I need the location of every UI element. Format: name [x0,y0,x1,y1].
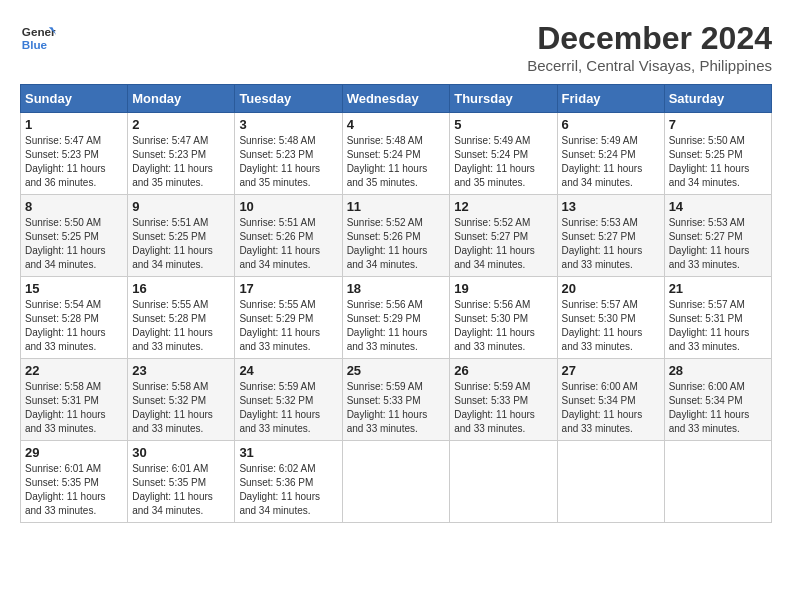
day-info: Sunrise: 5:47 AM Sunset: 5:23 PM Dayligh… [25,134,123,190]
day-info: Sunrise: 6:00 AM Sunset: 5:34 PM Dayligh… [562,380,660,436]
day-info: Sunrise: 6:01 AM Sunset: 5:35 PM Dayligh… [25,462,123,518]
day-number: 29 [25,445,123,460]
svg-text:General: General [22,25,56,38]
calendar-cell [450,441,557,523]
day-number: 5 [454,117,552,132]
calendar: SundayMondayTuesdayWednesdayThursdayFrid… [20,84,772,523]
day-number: 2 [132,117,230,132]
day-info: Sunrise: 5:54 AM Sunset: 5:28 PM Dayligh… [25,298,123,354]
calendar-week-row: 8 Sunrise: 5:50 AM Sunset: 5:25 PM Dayli… [21,195,772,277]
day-info: Sunrise: 5:56 AM Sunset: 5:30 PM Dayligh… [454,298,552,354]
calendar-cell: 4 Sunrise: 5:48 AM Sunset: 5:24 PM Dayli… [342,113,450,195]
day-number: 19 [454,281,552,296]
day-number: 7 [669,117,767,132]
calendar-cell: 28 Sunrise: 6:00 AM Sunset: 5:34 PM Dayl… [664,359,771,441]
day-info: Sunrise: 5:58 AM Sunset: 5:32 PM Dayligh… [132,380,230,436]
day-info: Sunrise: 5:51 AM Sunset: 5:26 PM Dayligh… [239,216,337,272]
day-info: Sunrise: 5:55 AM Sunset: 5:28 PM Dayligh… [132,298,230,354]
calendar-week-row: 15 Sunrise: 5:54 AM Sunset: 5:28 PM Dayl… [21,277,772,359]
day-number: 15 [25,281,123,296]
day-info: Sunrise: 5:59 AM Sunset: 5:32 PM Dayligh… [239,380,337,436]
day-number: 25 [347,363,446,378]
header: General Blue December 2024 Becerril, Cen… [20,20,772,74]
day-info: Sunrise: 5:49 AM Sunset: 5:24 PM Dayligh… [454,134,552,190]
day-number: 18 [347,281,446,296]
day-number: 9 [132,199,230,214]
day-number: 27 [562,363,660,378]
calendar-cell [557,441,664,523]
calendar-cell: 17 Sunrise: 5:55 AM Sunset: 5:29 PM Dayl… [235,277,342,359]
day-info: Sunrise: 5:59 AM Sunset: 5:33 PM Dayligh… [454,380,552,436]
day-number: 4 [347,117,446,132]
calendar-cell: 23 Sunrise: 5:58 AM Sunset: 5:32 PM Dayl… [128,359,235,441]
day-info: Sunrise: 5:49 AM Sunset: 5:24 PM Dayligh… [562,134,660,190]
calendar-cell: 30 Sunrise: 6:01 AM Sunset: 5:35 PM Dayl… [128,441,235,523]
calendar-cell [342,441,450,523]
weekday-header: Wednesday [342,85,450,113]
day-number: 24 [239,363,337,378]
calendar-cell: 16 Sunrise: 5:55 AM Sunset: 5:28 PM Dayl… [128,277,235,359]
day-info: Sunrise: 5:48 AM Sunset: 5:23 PM Dayligh… [239,134,337,190]
day-number: 13 [562,199,660,214]
day-number: 30 [132,445,230,460]
calendar-cell: 5 Sunrise: 5:49 AM Sunset: 5:24 PM Dayli… [450,113,557,195]
day-number: 8 [25,199,123,214]
calendar-week-row: 29 Sunrise: 6:01 AM Sunset: 5:35 PM Dayl… [21,441,772,523]
calendar-cell: 14 Sunrise: 5:53 AM Sunset: 5:27 PM Dayl… [664,195,771,277]
logo: General Blue [20,20,56,56]
day-number: 17 [239,281,337,296]
day-info: Sunrise: 5:52 AM Sunset: 5:26 PM Dayligh… [347,216,446,272]
day-info: Sunrise: 5:50 AM Sunset: 5:25 PM Dayligh… [25,216,123,272]
day-info: Sunrise: 5:56 AM Sunset: 5:29 PM Dayligh… [347,298,446,354]
day-info: Sunrise: 5:53 AM Sunset: 5:27 PM Dayligh… [669,216,767,272]
subtitle: Becerril, Central Visayas, Philippines [527,57,772,74]
day-number: 3 [239,117,337,132]
calendar-cell: 7 Sunrise: 5:50 AM Sunset: 5:25 PM Dayli… [664,113,771,195]
svg-text:Blue: Blue [22,38,48,51]
day-info: Sunrise: 5:51 AM Sunset: 5:25 PM Dayligh… [132,216,230,272]
calendar-cell: 31 Sunrise: 6:02 AM Sunset: 5:36 PM Dayl… [235,441,342,523]
day-number: 23 [132,363,230,378]
weekday-header: Friday [557,85,664,113]
calendar-cell: 2 Sunrise: 5:47 AM Sunset: 5:23 PM Dayli… [128,113,235,195]
calendar-cell: 18 Sunrise: 5:56 AM Sunset: 5:29 PM Dayl… [342,277,450,359]
logo-icon: General Blue [20,20,56,56]
calendar-cell: 11 Sunrise: 5:52 AM Sunset: 5:26 PM Dayl… [342,195,450,277]
calendar-cell: 24 Sunrise: 5:59 AM Sunset: 5:32 PM Dayl… [235,359,342,441]
day-info: Sunrise: 6:02 AM Sunset: 5:36 PM Dayligh… [239,462,337,518]
title-area: December 2024 Becerril, Central Visayas,… [527,20,772,74]
day-info: Sunrise: 6:01 AM Sunset: 5:35 PM Dayligh… [132,462,230,518]
weekday-header: Tuesday [235,85,342,113]
calendar-cell: 9 Sunrise: 5:51 AM Sunset: 5:25 PM Dayli… [128,195,235,277]
day-info: Sunrise: 5:50 AM Sunset: 5:25 PM Dayligh… [669,134,767,190]
weekday-header: Thursday [450,85,557,113]
day-info: Sunrise: 6:00 AM Sunset: 5:34 PM Dayligh… [669,380,767,436]
calendar-cell [664,441,771,523]
weekday-header-row: SundayMondayTuesdayWednesdayThursdayFrid… [21,85,772,113]
day-number: 26 [454,363,552,378]
day-number: 11 [347,199,446,214]
day-info: Sunrise: 5:48 AM Sunset: 5:24 PM Dayligh… [347,134,446,190]
main-title: December 2024 [527,20,772,57]
day-number: 10 [239,199,337,214]
calendar-cell: 13 Sunrise: 5:53 AM Sunset: 5:27 PM Dayl… [557,195,664,277]
calendar-cell: 19 Sunrise: 5:56 AM Sunset: 5:30 PM Dayl… [450,277,557,359]
calendar-week-row: 1 Sunrise: 5:47 AM Sunset: 5:23 PM Dayli… [21,113,772,195]
calendar-cell: 22 Sunrise: 5:58 AM Sunset: 5:31 PM Dayl… [21,359,128,441]
calendar-cell: 8 Sunrise: 5:50 AM Sunset: 5:25 PM Dayli… [21,195,128,277]
calendar-cell: 29 Sunrise: 6:01 AM Sunset: 5:35 PM Dayl… [21,441,128,523]
day-number: 20 [562,281,660,296]
day-number: 6 [562,117,660,132]
day-number: 22 [25,363,123,378]
calendar-cell: 10 Sunrise: 5:51 AM Sunset: 5:26 PM Dayl… [235,195,342,277]
day-info: Sunrise: 5:53 AM Sunset: 5:27 PM Dayligh… [562,216,660,272]
day-number: 28 [669,363,767,378]
day-info: Sunrise: 5:59 AM Sunset: 5:33 PM Dayligh… [347,380,446,436]
day-info: Sunrise: 5:52 AM Sunset: 5:27 PM Dayligh… [454,216,552,272]
day-info: Sunrise: 5:47 AM Sunset: 5:23 PM Dayligh… [132,134,230,190]
weekday-header: Monday [128,85,235,113]
day-number: 31 [239,445,337,460]
calendar-cell: 21 Sunrise: 5:57 AM Sunset: 5:31 PM Dayl… [664,277,771,359]
calendar-cell: 15 Sunrise: 5:54 AM Sunset: 5:28 PM Dayl… [21,277,128,359]
calendar-cell: 20 Sunrise: 5:57 AM Sunset: 5:30 PM Dayl… [557,277,664,359]
